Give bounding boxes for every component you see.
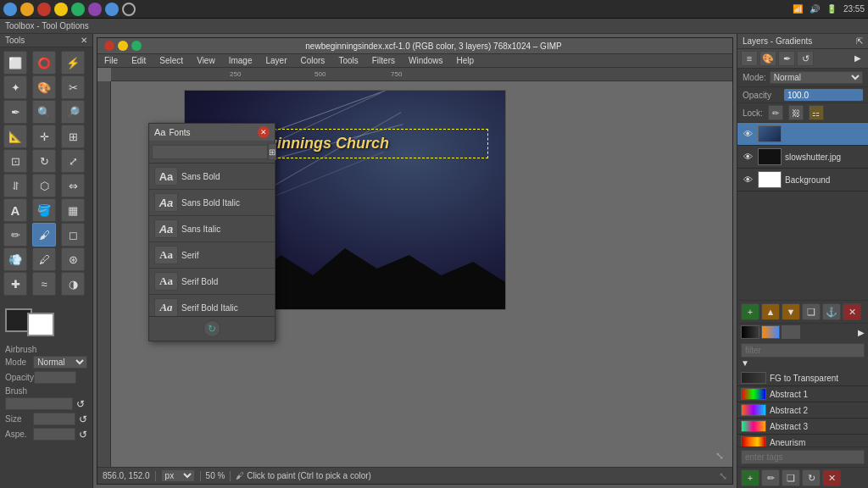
background-color[interactable] <box>27 313 54 336</box>
toolbox-close-icon[interactable]: ✕ <box>81 36 87 45</box>
menu-filters[interactable]: Filters <box>365 54 402 67</box>
tool-scale[interactable]: ⤢ <box>61 149 85 173</box>
minimize-button[interactable] <box>118 41 128 51</box>
tab-layers[interactable]: ≡ <box>741 51 758 66</box>
gradient-item-1[interactable]: Abstract 1 <box>737 386 868 402</box>
gradient-item-0[interactable]: FG to Transparent <box>737 370 868 386</box>
grad-color1[interactable] <box>761 325 780 339</box>
tool-bucket[interactable]: 🪣 <box>32 198 56 222</box>
delete-gradient-btn[interactable]: ✕ <box>822 469 841 486</box>
tool-smudge[interactable]: ≈ <box>32 272 56 296</box>
layer-eye-0[interactable]: 👁 <box>741 127 754 141</box>
new-gradient-btn[interactable]: + <box>741 469 760 486</box>
tool-measure[interactable]: 📐 <box>3 125 27 148</box>
canvas-resize-handle[interactable]: ⤡ <box>715 450 729 463</box>
tool-select-by-color[interactable]: 🎨 <box>32 75 56 99</box>
taskbar-icon-6[interactable] <box>88 3 102 16</box>
fonts-refresh-btn[interactable]: ↻ <box>203 320 220 337</box>
menu-select[interactable]: Select <box>153 54 190 67</box>
font-item-3[interactable]: Aa Serif <box>149 242 275 269</box>
tool-ink[interactable]: 🖊 <box>32 247 56 271</box>
layer-eye-2[interactable]: 👁 <box>741 173 754 186</box>
tool-paths[interactable]: ✒ <box>3 100 27 124</box>
tab-undo[interactable]: ↺ <box>797 51 814 66</box>
brush-reset-icon[interactable]: ↺ <box>76 398 85 410</box>
lock-all-btn[interactable]: ⚏ <box>809 105 824 120</box>
tab-channels[interactable]: 🎨 <box>760 51 776 66</box>
layer-item-1[interactable]: 👁 slowshutter.jpg <box>737 146 868 169</box>
taskbar-icon-4[interactable] <box>54 3 68 16</box>
opacity-slider[interactable]: 100.0 <box>784 89 863 101</box>
tool-scissors[interactable]: ✂ <box>61 75 85 99</box>
tool-rotate[interactable]: ↻ <box>32 149 56 173</box>
font-item-0[interactable]: Aa Sans Bold <box>149 164 275 190</box>
gradients-expand-icon[interactable]: ▶ <box>858 328 865 337</box>
tool-clone[interactable]: ⊛ <box>61 247 85 271</box>
menu-file[interactable]: File <box>97 54 125 67</box>
panel-options-icon[interactable]: ▶ <box>851 51 865 64</box>
aspect-reset-icon[interactable]: ↺ <box>79 429 87 441</box>
new-layer-btn[interactable]: + <box>741 303 760 320</box>
size-reset-icon[interactable]: ↺ <box>79 413 87 425</box>
tool-zoom[interactable]: 🔎 <box>61 100 85 124</box>
lock-pixels-btn[interactable]: ✏ <box>768 105 783 120</box>
maximize-button[interactable] <box>131 41 142 51</box>
refresh-gradient-btn[interactable]: ↻ <box>802 469 821 486</box>
menu-layer[interactable]: Layer <box>259 54 293 67</box>
tool-color-picker[interactable]: 🔍 <box>32 100 56 124</box>
raise-layer-btn[interactable]: ▲ <box>761 303 780 320</box>
tool-pencil[interactable]: ✏ <box>3 223 27 247</box>
tool-dodge-burn[interactable]: ◑ <box>61 272 85 296</box>
menu-view[interactable]: View <box>190 54 222 67</box>
size-input[interactable]: 20.00 <box>33 413 75 425</box>
gradient-item-3[interactable]: Abstract 3 <box>737 419 868 435</box>
taskbar-icon-7[interactable] <box>105 3 119 16</box>
taskbar-icon-8[interactable] <box>122 3 136 16</box>
brush-input[interactable]: 2. Hardne <box>5 397 73 410</box>
taskbar-icon-1[interactable] <box>3 3 17 16</box>
layer-eye-1[interactable]: 👁 <box>741 150 754 164</box>
grad-neutral[interactable] <box>782 325 800 339</box>
tab-paths[interactable]: ✒ <box>778 51 795 66</box>
layer-mode-select[interactable]: Normal <box>770 71 863 84</box>
tool-fuzzy-select[interactable]: ✦ <box>3 75 27 99</box>
taskbar-icon-5[interactable] <box>71 3 85 16</box>
tool-align[interactable]: ⊞ <box>61 125 85 148</box>
duplicate-layer-btn[interactable]: ❑ <box>802 303 821 320</box>
tool-text[interactable]: A <box>3 198 27 222</box>
font-item-1[interactable]: Aa Sans Bold Italic <box>149 190 275 216</box>
tool-crop[interactable]: ⊡ <box>3 149 27 173</box>
tool-rect-select[interactable]: ⬜ <box>3 51 27 75</box>
aspect-input[interactable]: 0.00 <box>33 428 75 441</box>
menu-colors[interactable]: Colors <box>293 54 331 67</box>
fonts-close-button[interactable]: ✕ <box>258 126 270 138</box>
menu-image[interactable]: Image <box>222 54 259 67</box>
font-item-2[interactable]: Aa Sans Italic <box>149 216 275 242</box>
tool-shear[interactable]: ⥯ <box>3 174 27 197</box>
close-button[interactable] <box>104 41 114 51</box>
gradient-filter-input[interactable] <box>741 343 865 358</box>
tool-eraser[interactable]: ◻ <box>61 223 85 247</box>
tool-free-select[interactable]: ⚡ <box>61 51 85 75</box>
delete-layer-btn[interactable]: ✕ <box>843 303 861 320</box>
duplicate-gradient-btn[interactable]: ❑ <box>782 469 800 486</box>
opacity-input[interactable]: 100.0 <box>34 371 76 384</box>
layer-item-0[interactable]: 👁 <box>737 123 868 146</box>
layer-item-2[interactable]: 👁 Background <box>737 169 868 191</box>
tool-ellipse-select[interactable]: ⭕ <box>32 51 56 75</box>
menu-help[interactable]: Help <box>450 54 481 67</box>
tags-input[interactable] <box>741 450 865 464</box>
tool-move[interactable]: ✛ <box>32 125 56 148</box>
grad-fg-transparent[interactable] <box>741 325 760 339</box>
gradient-item-4[interactable]: Aneurism <box>737 435 868 446</box>
taskbar-icon-3[interactable] <box>37 3 51 16</box>
menu-tools[interactable]: Tools <box>331 54 364 67</box>
tool-airbrush[interactable]: 💨 <box>3 247 27 271</box>
lower-layer-btn[interactable]: ▼ <box>782 303 800 320</box>
gradient-item-2[interactable]: Abstract 2 <box>737 402 868 419</box>
tool-paintbrush[interactable]: 🖌 <box>32 223 56 247</box>
filter-dropdown-icon[interactable]: ▼ <box>741 358 749 368</box>
menu-edit[interactable]: Edit <box>125 54 153 67</box>
tool-flip[interactable]: ⇔ <box>61 174 85 197</box>
unit-select[interactable]: px <box>161 469 195 482</box>
